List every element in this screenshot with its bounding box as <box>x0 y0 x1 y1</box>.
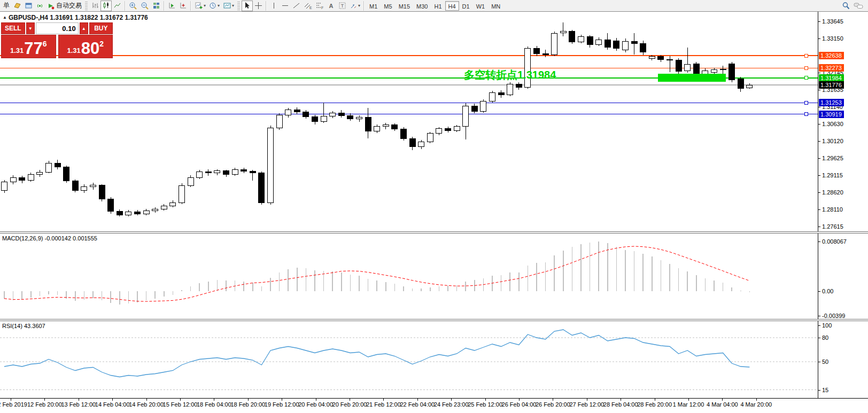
time-axis-label: 24 Feb 23:00 <box>434 401 469 408</box>
rsi-value: 43.3607 <box>24 323 45 329</box>
time-axis-label: 18 Feb 04:00 <box>197 401 231 408</box>
zoom-in-button[interactable] <box>127 1 139 11</box>
text-label-button[interactable]: T <box>337 1 348 11</box>
fibonacci-button[interactable]: F <box>314 1 326 11</box>
chat-button[interactable] <box>852 1 865 11</box>
candlestick-icon <box>102 2 110 10</box>
macd-tick-label: 0.00 <box>822 288 833 294</box>
timeframe-m30[interactable]: M30 <box>413 1 431 11</box>
equidistant-channel-button[interactable]: E <box>302 1 314 11</box>
price-tick-label: 1.30120 <box>822 138 843 144</box>
time-axis-label: 26 Feb 04:00 <box>502 401 537 408</box>
arrows-menu-button[interactable]: ▾ <box>348 1 362 11</box>
time-axis-label: 12 Feb 2019 <box>0 401 27 408</box>
macd-panel[interactable] <box>0 233 818 319</box>
horizontal-line-button[interactable] <box>280 1 291 11</box>
buy-price-point: 2 <box>99 40 104 48</box>
toolbar-separator <box>125 1 126 11</box>
time-tick <box>587 399 587 401</box>
time-axis-label: 26 Feb 20:00 <box>536 401 570 408</box>
timeframe-m1[interactable]: M1 <box>366 1 381 11</box>
zoom-out-button[interactable] <box>139 1 151 11</box>
arrows-icon <box>350 2 358 10</box>
bar-chart-button[interactable] <box>89 1 100 11</box>
timeframes-menu-button[interactable]: ▾ <box>207 1 221 11</box>
time-axis[interactable]: 12 Feb 201912 Feb 20:0013 Feb 12:0014 Fe… <box>0 398 868 413</box>
sell-button[interactable]: SELL <box>1 22 25 34</box>
triangle-up-icon: ▲ <box>82 26 86 31</box>
time-tick <box>79 399 79 401</box>
trade-panel-prices: 1.31 77 6 1.31 80 2 <box>1 35 113 58</box>
time-axis-label: 21 Feb 12:00 <box>366 401 401 408</box>
bar-chart-icon <box>91 2 99 10</box>
triangle-down-icon: ▼ <box>28 26 33 31</box>
line-chart-button[interactable] <box>112 1 123 11</box>
time-axis-label: 18 Feb 20:00 <box>230 401 265 408</box>
toolbar: 单 自动交易 ▾ ▾ ▾ E F A T ▾ M1 M5 M15 M30 H1 … <box>0 0 868 12</box>
sell-price-button[interactable]: 1.31 77 6 <box>1 35 56 58</box>
sell-price-point: 6 <box>43 40 47 48</box>
chart-autoscroll-button[interactable] <box>177 1 189 11</box>
toolbar-grip[interactable] <box>237 2 240 10</box>
buy-price-button[interactable]: 1.31 80 2 <box>58 35 113 58</box>
market-watch-icon[interactable] <box>12 1 23 11</box>
rsi-tick-label: 15 <box>822 387 828 393</box>
panel-separator[interactable] <box>0 231 868 233</box>
tile-windows-button[interactable] <box>151 1 162 11</box>
timeframe-h4[interactable]: H4 <box>445 1 459 11</box>
search-icon <box>842 2 850 10</box>
timeframe-h1[interactable]: H1 <box>431 1 445 11</box>
signals-button[interactable] <box>34 1 45 11</box>
candlestick-chart-button[interactable] <box>100 1 112 11</box>
timeframe-w1[interactable]: W1 <box>473 1 489 11</box>
trendline-button[interactable] <box>291 1 302 11</box>
time-tick <box>146 399 147 401</box>
level-price-label: 1.30919 <box>819 111 844 118</box>
timeframe-mn[interactable]: MN <box>488 1 503 11</box>
signal-icon <box>36 2 44 10</box>
time-tick <box>44 399 45 401</box>
rsi-name: RSI(14) <box>2 323 22 329</box>
price-tick-label: 1.27615 <box>822 223 843 230</box>
volume-increase-button[interactable]: ▲ <box>80 22 88 34</box>
autotrade-play-icon <box>47 2 55 10</box>
cursor-button[interactable] <box>242 1 253 11</box>
price-chart[interactable]: 多空转折点1.31984 <box>0 12 818 231</box>
timeframe-d1[interactable]: D1 <box>459 1 473 11</box>
vertical-line-icon <box>270 2 278 10</box>
search-button[interactable] <box>840 1 852 11</box>
window-icon <box>25 2 33 10</box>
time-axis-label: 28 Feb 20:00 <box>637 401 672 408</box>
autotrading-button[interactable]: 自动交易 <box>45 1 83 11</box>
macd-signal-value: 0.001555 <box>73 235 97 241</box>
time-tick <box>553 399 553 401</box>
rsi-tick-label: 100 <box>822 322 832 329</box>
buy-button[interactable]: BUY <box>89 22 113 34</box>
level-price-label: 1.31253 <box>819 99 844 106</box>
time-tick <box>621 399 621 401</box>
templates-menu-button[interactable]: ▾ <box>221 1 236 11</box>
equidistant-channel-icon: E <box>304 2 312 10</box>
vertical-line-button[interactable] <box>268 1 280 11</box>
time-tick <box>180 399 181 401</box>
toolbar-separator <box>164 1 165 11</box>
chart-shift-button[interactable] <box>166 1 177 11</box>
rsi-panel[interactable] <box>0 321 818 398</box>
horizontal-line-icon <box>281 2 289 10</box>
volume-decrease-button[interactable]: ▼ <box>26 22 35 34</box>
text-button[interactable]: A <box>326 1 337 11</box>
new-order-button[interactable]: 单 <box>1 1 12 11</box>
template-icon <box>223 2 231 10</box>
toolbar-grip[interactable] <box>85 2 88 10</box>
timeframe-m15[interactable]: M15 <box>396 1 413 11</box>
svg-text:A: A <box>329 3 334 9</box>
collapse-panel-icon[interactable]: ▲ <box>3 15 7 20</box>
time-axis-label: 20 Feb 04:00 <box>298 401 333 408</box>
terminal-window-icon[interactable] <box>23 1 34 11</box>
crosshair-button[interactable] <box>253 1 264 11</box>
price-axis[interactable]: 1.336451.331501.321451.316351.311401.306… <box>818 12 868 398</box>
volume-input[interactable] <box>36 22 79 34</box>
panel-separator[interactable] <box>0 319 868 321</box>
add-indicator-button[interactable]: ▾ <box>193 1 207 11</box>
timeframe-m5[interactable]: M5 <box>381 1 395 11</box>
